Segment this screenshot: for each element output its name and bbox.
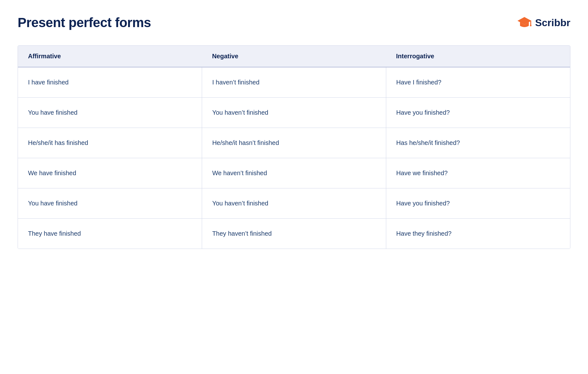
cell-interrogative: Have we finished? <box>386 158 570 188</box>
cell-affirmative: I have finished <box>18 67 202 98</box>
table-row: You have finishedYou haven’t finishedHav… <box>18 98 570 128</box>
cell-affirmative: He/she/it has finished <box>18 128 202 158</box>
table-row: He/she/it has finishedHe/she/it hasn’t f… <box>18 128 570 158</box>
logo-text: Scribbr <box>535 17 570 29</box>
cell-affirmative: You have finished <box>18 98 202 128</box>
svg-marker-0 <box>517 17 531 25</box>
page-header: Present perfect forms Scribbr <box>18 15 570 30</box>
logo: Scribbr <box>517 15 570 30</box>
cell-negative: I haven’t finished <box>202 67 386 98</box>
scribbr-logo-icon <box>517 15 532 30</box>
cell-interrogative: Have I finished? <box>386 67 570 98</box>
cell-affirmative: You have finished <box>18 188 202 219</box>
cell-interrogative: Have you finished? <box>386 188 570 219</box>
cell-interrogative: Has he/she/it finished? <box>386 128 570 158</box>
cell-negative: They haven’t finished <box>202 219 386 249</box>
cell-negative: You haven’t finished <box>202 188 386 219</box>
table-row: You have finishedYou haven’t finishedHav… <box>18 188 570 219</box>
page-title: Present perfect forms <box>18 15 151 30</box>
cell-interrogative: Have they finished? <box>386 219 570 249</box>
cell-affirmative: We have finished <box>18 158 202 188</box>
header-negative: Negative <box>202 46 386 67</box>
cell-interrogative: Have you finished? <box>386 98 570 128</box>
cell-affirmative: They have finished <box>18 219 202 249</box>
cell-negative: You haven’t finished <box>202 98 386 128</box>
table-header-row: Affirmative Negative Interrogative <box>18 46 570 67</box>
cell-negative: He/she/it hasn’t finished <box>202 128 386 158</box>
table-row: We have finishedWe haven’t finishedHave … <box>18 158 570 188</box>
svg-point-2 <box>530 25 531 26</box>
table-row: I have finishedI haven’t finishedHave I … <box>18 67 570 98</box>
grammar-table: Affirmative Negative Interrogative I hav… <box>18 45 570 249</box>
header-interrogative: Interrogative <box>386 46 570 67</box>
header-affirmative: Affirmative <box>18 46 202 67</box>
cell-negative: We haven’t finished <box>202 158 386 188</box>
table-row: They have finishedThey haven’t finishedH… <box>18 219 570 249</box>
